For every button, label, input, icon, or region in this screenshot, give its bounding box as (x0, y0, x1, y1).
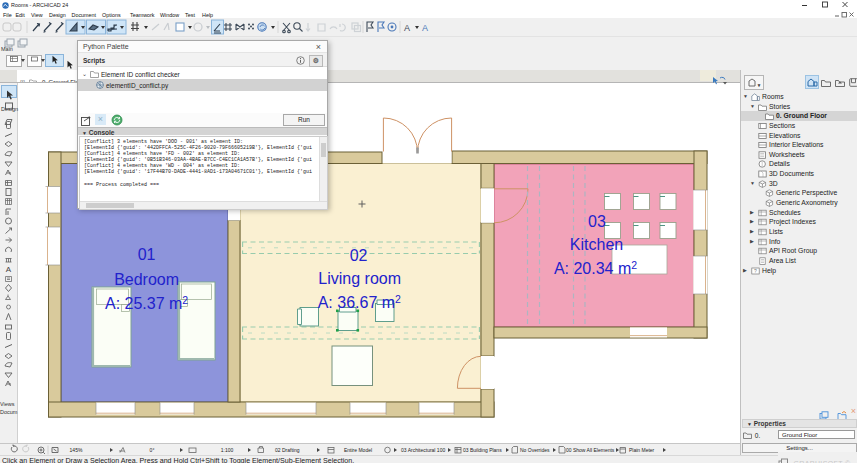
svg-text:No Overrides: No Overrides (520, 447, 550, 453)
svg-text:Living room: Living room (318, 270, 401, 287)
svg-text:A: 20.34 m2: A: 20.34 m2 (554, 259, 637, 277)
svg-text:?: ? (754, 268, 757, 274)
svg-text:02: 02 (350, 247, 368, 264)
svg-text:Plain Meter: Plain Meter (629, 447, 655, 453)
svg-text:03 Architectural 100: 03 Architectural 100 (401, 447, 445, 453)
svg-text:Kitchen: Kitchen (570, 236, 623, 253)
svg-text:A: 36.67 m2: A: 36.67 m2 (318, 293, 401, 311)
svg-text:02 Drafting: 02 Drafting (275, 447, 300, 453)
svg-text:0°: 0° (150, 447, 155, 453)
svg-text:1:100: 1:100 (221, 447, 234, 453)
svg-text:A: 25.37 m2: A: 25.37 m2 (105, 294, 188, 312)
svg-text:145%: 145% (70, 447, 83, 453)
svg-text:03 Building Plans: 03 Building Plans (463, 447, 502, 453)
svg-text:01: 01 (138, 246, 156, 263)
svg-text:Bedroom: Bedroom (114, 271, 179, 288)
svg-text:Entire Model: Entire Model (344, 447, 372, 453)
svg-text:03: 03 (588, 213, 606, 230)
svg-text:00 Show All Elements: 00 Show All Elements (566, 447, 615, 453)
